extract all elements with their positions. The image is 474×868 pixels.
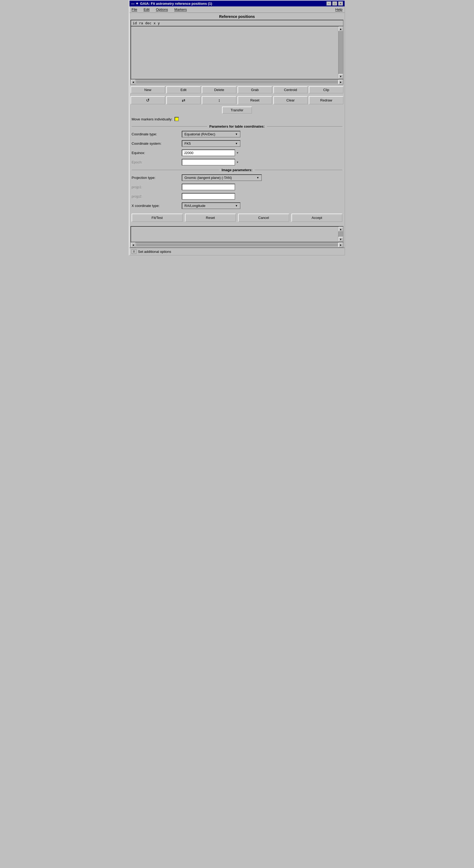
table-area: id ra dec x y ▲ ▼ <box>130 20 344 79</box>
close-button[interactable]: ✕ <box>338 1 343 6</box>
edit-button[interactable]: Edit <box>166 86 201 93</box>
projection-type-label: Projection type: <box>132 176 180 180</box>
menu-edit[interactable]: Edit <box>143 7 151 12</box>
x-coord-type-row: X coordinate type: RA/Longitude ▼ <box>129 201 345 210</box>
icon2-button[interactable]: ⇄ <box>166 96 201 104</box>
main-window: — ✦ GAIA: Fit astrometry reference posit… <box>129 0 345 255</box>
bottom-scroll-up-arrow[interactable]: ▲ <box>339 227 343 231</box>
projp1-row: projp1: <box>129 182 345 192</box>
epoch-input-group: ▼ <box>182 159 239 165</box>
epoch-label: Epoch: <box>132 160 180 164</box>
table-body <box>131 26 338 79</box>
new-button[interactable]: New <box>130 86 165 93</box>
image-params-label: Image parameters: <box>219 168 255 172</box>
move-markers-label: Move markers individually: <box>132 117 172 121</box>
window-title: GAIA: Fit astrometry reference positions… <box>140 2 212 6</box>
title-bar-left: — ✦ GAIA: Fit astrometry reference posit… <box>131 2 212 6</box>
clip-button[interactable]: Clip <box>309 86 344 93</box>
bottom-vertical-scrollbar[interactable]: ▲ ▼ <box>338 227 343 242</box>
accept-button[interactable]: Accept <box>291 214 343 222</box>
epoch-arrow-icon: ▼ <box>236 161 239 164</box>
image-divider-left <box>132 170 219 170</box>
info-bar-text: Set additional options <box>138 250 171 254</box>
scroll-down-arrow[interactable]: ▼ <box>339 74 343 79</box>
action-buttons-row: Fit/Test Reset Cancel Accept <box>129 210 345 225</box>
move-markers-checkbox[interactable] <box>175 117 179 121</box>
coord-system-label: Coordinate system: <box>132 142 180 146</box>
bottom-content <box>131 227 343 242</box>
menu-help[interactable]: Help <box>334 7 344 12</box>
coord-system-row: Coordinate system: FK5 ▼ <box>129 139 345 148</box>
scroll-up-arrow[interactable]: ▲ <box>339 26 343 31</box>
coord-type-label: Coordinate type: <box>132 132 180 136</box>
bottom-scroll-down-arrow[interactable]: ▼ <box>339 237 343 242</box>
projp2-input[interactable] <box>182 193 235 200</box>
cancel-button[interactable]: Cancel <box>238 214 289 222</box>
divider-line-left <box>132 126 207 127</box>
x-coord-type-dropdown-icon: ▼ <box>235 204 238 207</box>
info-icon: i <box>132 249 136 254</box>
maximize-button[interactable]: □ <box>332 1 337 6</box>
minimize-button[interactable]: − <box>326 1 331 6</box>
bottom-scroll-area[interactable]: ▲ ▼ <box>130 226 344 242</box>
bottom-scroll-track[interactable] <box>339 231 343 237</box>
centroid-button[interactable]: Centroid <box>273 86 308 93</box>
transfer-button[interactable]: Transfer <box>222 106 252 114</box>
menu-markers[interactable]: Markers <box>173 7 188 12</box>
projection-type-row: Projection type: Gnomic (tangent plane) … <box>129 173 345 182</box>
menu-file[interactable]: File <box>130 7 138 12</box>
action-reset-button[interactable]: Reset <box>185 214 236 222</box>
x-coord-type-label: X coordinate type: <box>132 204 180 208</box>
coord-type-dropdown-icon: ▼ <box>235 133 238 136</box>
vertical-scrollbar[interactable]: ▲ ▼ <box>338 26 343 79</box>
equinox-arrow-icon: ▼ <box>236 151 239 154</box>
equinox-input[interactable] <box>182 150 235 156</box>
coord-type-select[interactable]: Equatorial (RA/Dec) ▼ <box>182 131 241 137</box>
epoch-input[interactable] <box>182 159 235 165</box>
x-coord-type-select[interactable]: RA/Longitude ▼ <box>182 203 241 209</box>
bottom-scroll-right-arrow[interactable]: ► <box>339 242 343 247</box>
coord-system-value: FK5 <box>184 142 191 146</box>
move-markers-row: Move markers individually: <box>129 116 345 123</box>
epoch-row: Epoch: ▼ <box>129 157 345 167</box>
title-bar-controls: − □ ✕ <box>326 1 343 6</box>
divider-line-right <box>267 126 342 127</box>
projp1-input[interactable] <box>182 184 235 190</box>
bottom-horizontal-scrollbar[interactable]: ◄ ► <box>130 242 344 248</box>
grab-button[interactable]: Grab <box>238 86 272 93</box>
equinox-input-group: ▼ <box>182 150 239 156</box>
icon1-button[interactable]: ↺ <box>130 96 165 104</box>
projp2-label: projp2: <box>132 194 180 198</box>
window-icon: — ✦ <box>131 2 138 6</box>
bottom-scroll-left-arrow[interactable]: ◄ <box>131 242 135 247</box>
scroll-track[interactable] <box>339 31 343 74</box>
bottom-h-scroll-track[interactable] <box>136 243 338 246</box>
x-coord-type-value: RA/Longitude <box>184 204 206 208</box>
icon3-button[interactable]: ↕ <box>202 96 236 104</box>
fit-test-button[interactable]: Fit/Test <box>132 214 183 222</box>
coord-type-value: Equatorial (RA/Dec) <box>184 132 215 136</box>
projp2-row: projp2: <box>129 192 345 201</box>
image-params-divider: Image parameters: <box>129 167 345 173</box>
title-bar: — ✦ GAIA: Fit astrometry reference posit… <box>129 1 345 6</box>
transfer-row: Transfer <box>129 105 345 116</box>
horizontal-scrollbar[interactable]: ◄ ► <box>130 79 344 85</box>
buttons-row-2: ↺ ⇄ ↕ Reset Clear Redraw <box>129 94 345 105</box>
scroll-left-arrow[interactable]: ◄ <box>131 80 135 84</box>
table-header: id ra dec x y <box>130 20 344 26</box>
redraw-button[interactable]: Redraw <box>309 96 344 104</box>
projection-type-select[interactable]: Gnomic (tangent plane) (-TAN) ▼ <box>182 174 262 181</box>
table-content[interactable]: ▲ ▼ <box>130 26 344 79</box>
coord-type-row: Coordinate type: Equatorial (RA/Dec) ▼ <box>129 129 345 139</box>
scroll-right-arrow[interactable]: ► <box>339 80 343 84</box>
image-divider-right <box>255 170 342 170</box>
menu-bar: File Edit Options Markers Help <box>129 6 345 13</box>
h-scroll-track[interactable] <box>136 81 338 84</box>
coord-system-select[interactable]: FK5 ▼ <box>182 140 241 147</box>
info-bar: i Set additional options <box>129 248 345 255</box>
clear-button[interactable]: Clear <box>273 96 308 104</box>
projection-type-dropdown-icon: ▼ <box>256 176 259 179</box>
delete-button[interactable]: Delete <box>202 86 236 93</box>
menu-options[interactable]: Options <box>155 7 169 12</box>
reset-button[interactable]: Reset <box>238 96 272 104</box>
